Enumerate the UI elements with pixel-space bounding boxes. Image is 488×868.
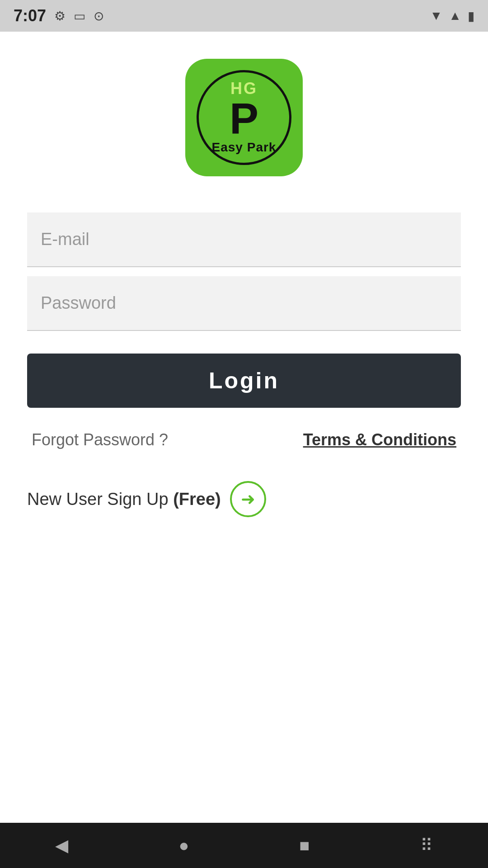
settings-icon: ⚙ (54, 9, 66, 24)
login-button[interactable]: Login (27, 354, 461, 408)
email-input[interactable] (27, 212, 461, 266)
back-nav-icon[interactable]: ◀ (55, 835, 68, 855)
logo-p-text: P (230, 97, 258, 140)
password-input[interactable] (27, 276, 461, 330)
signal-icon: ▲ (449, 9, 461, 23)
signup-arrow-button[interactable]: ➜ (230, 481, 266, 517)
terms-conditions-link[interactable]: Terms & Conditions (303, 430, 456, 449)
links-row: Forgot Password ? Terms & Conditions (27, 430, 461, 449)
logo-inner: HG P Easy Park (197, 70, 291, 165)
forgot-password-link[interactable]: Forgot Password ? (32, 430, 168, 449)
arrow-right-icon: ➜ (241, 489, 255, 509)
status-right: ▼ ▲ ▮ (430, 9, 474, 24)
bottom-nav: ◀ ● ■ ⠿ (0, 823, 488, 868)
password-input-group[interactable] (27, 276, 461, 331)
main-content: HG P Easy Park Login Forgot Password ? T… (0, 32, 488, 823)
signup-free-label: (Free) (173, 490, 221, 509)
sd-card-icon: ▭ (74, 9, 85, 24)
signup-text: New User Sign Up (Free) (27, 490, 221, 509)
logo-easypark-text: Easy Park (212, 140, 277, 155)
app-logo: HG P Easy Park (185, 59, 303, 176)
at-icon: ⊙ (94, 9, 104, 24)
status-time: 7:07 (14, 6, 46, 25)
email-input-group[interactable] (27, 212, 461, 267)
status-bar: 7:07 ⚙ ▭ ⊙ ▼ ▲ ▮ (0, 0, 488, 32)
signup-row: New User Sign Up (Free) ➜ (27, 481, 461, 517)
menu-nav-icon[interactable]: ⠿ (420, 835, 433, 855)
status-left: 7:07 ⚙ ▭ ⊙ (14, 6, 104, 25)
home-nav-icon[interactable]: ● (178, 836, 189, 855)
wifi-icon: ▼ (430, 9, 443, 23)
login-form: Login Forgot Password ? Terms & Conditio… (27, 212, 461, 517)
battery-icon: ▮ (468, 9, 474, 24)
recent-nav-icon[interactable]: ■ (300, 836, 310, 855)
